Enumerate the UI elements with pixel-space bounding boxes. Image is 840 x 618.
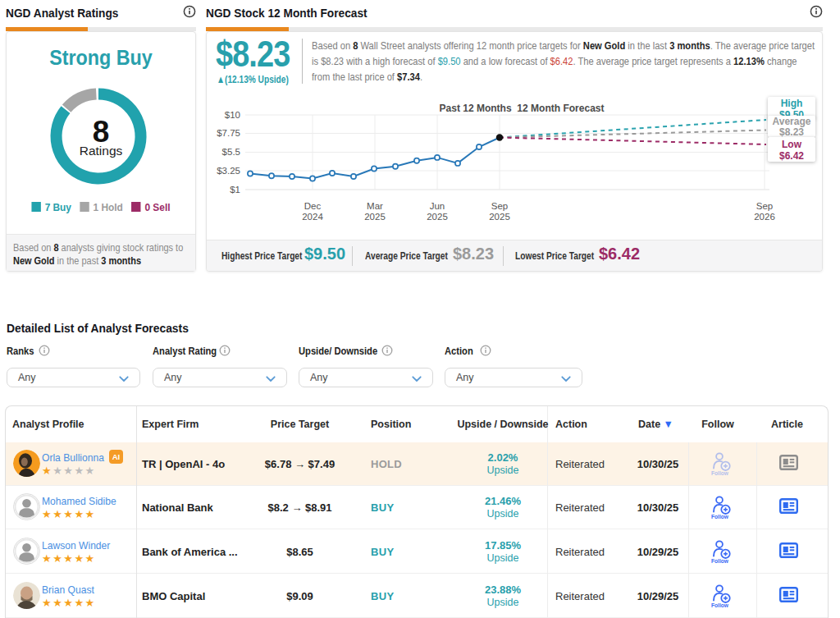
svg-text:Follow: Follow xyxy=(711,602,728,608)
svg-text:$10: $10 xyxy=(225,109,240,119)
svg-text:Follow: Follow xyxy=(711,513,728,520)
svg-text:$5.5: $5.5 xyxy=(222,147,240,157)
svg-text:Sep: Sep xyxy=(491,200,508,210)
svg-text:2025: 2025 xyxy=(489,212,510,222)
svg-text:$7.75: $7.75 xyxy=(217,128,240,138)
svg-text:2024: 2024 xyxy=(302,212,323,222)
svg-text:$3.25: $3.25 xyxy=(217,165,240,175)
svg-text:Sep: Sep xyxy=(756,200,773,210)
svg-text:Mar: Mar xyxy=(367,200,383,210)
svg-text:Past 12 Months 12 Month Forec: Past 12 Months 12 Month Forecast xyxy=(440,101,605,113)
svg-text:Dec: Dec xyxy=(304,200,322,210)
svg-text:Follow: Follow xyxy=(711,557,728,564)
svg-text:$1: $1 xyxy=(230,184,240,194)
svg-text:Follow: Follow xyxy=(711,469,728,476)
svg-text:2026: 2026 xyxy=(754,212,775,222)
svg-text:2025: 2025 xyxy=(427,212,448,222)
svg-text:Jun: Jun xyxy=(430,200,445,210)
svg-text:2025: 2025 xyxy=(364,212,386,222)
